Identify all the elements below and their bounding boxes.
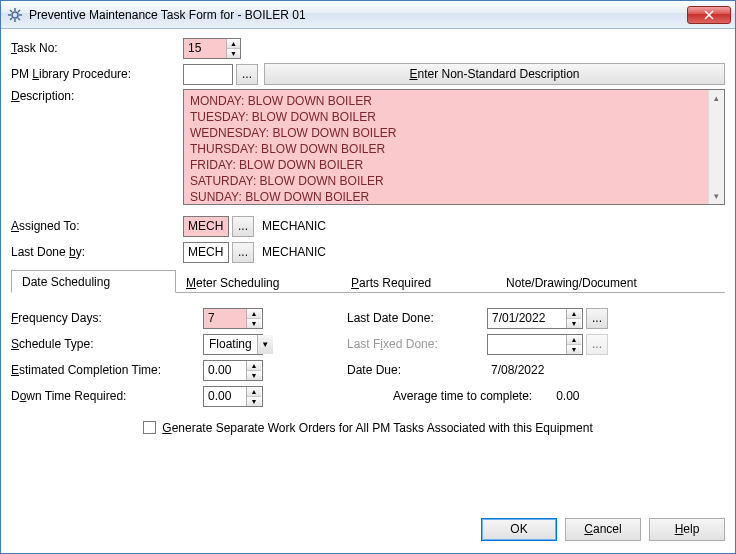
form-body: Task No: ▲▼ PM Library Procedure: ... En…: [1, 29, 735, 513]
last-done-by-input[interactable]: [183, 242, 229, 263]
last-fixed-done-browse-button: ...: [586, 334, 608, 355]
cancel-button[interactable]: Cancel: [565, 518, 641, 541]
gear-icon: [7, 7, 23, 23]
svg-line-5: [10, 10, 12, 12]
down-time-label: Down Time Required:: [11, 389, 203, 403]
ellipsis-icon: ...: [592, 337, 602, 351]
last-done-by-name: MECHANIC: [262, 245, 326, 259]
task-no-label: Task No:: [11, 41, 183, 55]
generate-separate-label: Generate Separate Work Orders for All PM…: [162, 421, 592, 435]
last-fixed-done-field[interactable]: ▲▼: [487, 334, 583, 355]
description-scrollbar[interactable]: ▴▾: [708, 90, 724, 204]
ellipsis-icon: ...: [592, 311, 602, 325]
estimated-completion-label: Estimated Completion Time:: [11, 363, 203, 377]
titlebar: Preventive Maintenance Task Form for - B…: [1, 1, 735, 29]
ok-button[interactable]: OK: [481, 518, 557, 541]
enter-nonstandard-button[interactable]: Enter Non-Standard Description: [264, 63, 725, 85]
avg-time-label: Average time to complete:: [393, 389, 532, 403]
frequency-days-input[interactable]: [204, 309, 246, 328]
close-button[interactable]: [687, 6, 731, 24]
estimated-completion-spinner[interactable]: ▲▼: [203, 360, 263, 381]
task-no-input[interactable]: [184, 39, 226, 58]
svg-line-8: [10, 18, 12, 20]
tab-bar: Date Scheduling Meter Scheduling Parts R…: [11, 269, 725, 293]
dialog-footer: OK Cancel Help: [1, 513, 735, 553]
assigned-to-browse-button[interactable]: ...: [232, 216, 254, 237]
ellipsis-icon: ...: [238, 219, 248, 233]
schedule-type-value: Floating: [204, 335, 257, 354]
last-done-by-browse-button[interactable]: ...: [232, 242, 254, 263]
last-done-by-label: Last Done by:: [11, 245, 183, 259]
last-date-done-label: Last Date Done:: [347, 311, 487, 325]
estimated-completion-input[interactable]: [204, 361, 246, 380]
spinner-arrows[interactable]: ▲▼: [226, 39, 240, 58]
last-date-done-field[interactable]: ▲▼: [487, 308, 583, 329]
last-fixed-done-label: Last Fixed Done:: [347, 337, 487, 351]
description-label: Description:: [11, 89, 183, 103]
task-no-spinner[interactable]: ▲▼: [183, 38, 241, 59]
last-fixed-done-input[interactable]: [488, 335, 566, 354]
tab-meter-scheduling[interactable]: Meter Scheduling: [176, 272, 341, 293]
description-text: MONDAY: BLOW DOWN BOILER TUESDAY: BLOW D…: [190, 94, 396, 204]
assigned-to-label: Assigned To:: [11, 219, 183, 233]
chevron-down-icon[interactable]: ▼: [257, 335, 273, 354]
down-time-input[interactable]: [204, 387, 246, 406]
date-due-label: Date Due:: [347, 363, 487, 377]
pm-library-browse-button[interactable]: ...: [236, 64, 258, 85]
generate-separate-checkbox[interactable]: [143, 421, 156, 434]
tab-date-scheduling[interactable]: Date Scheduling: [11, 270, 176, 293]
frequency-days-spinner[interactable]: ▲▼: [203, 308, 263, 329]
help-button[interactable]: Help: [649, 518, 725, 541]
pm-library-label: PM Library Procedure:: [11, 67, 183, 81]
tab-note-drawing-document[interactable]: Note/Drawing/Document: [496, 272, 671, 293]
description-textarea[interactable]: MONDAY: BLOW DOWN BOILER TUESDAY: BLOW D…: [183, 89, 725, 205]
frequency-days-label: Frequency Days:: [11, 311, 203, 325]
assigned-to-input[interactable]: [183, 216, 229, 237]
svg-point-0: [12, 12, 18, 18]
avg-time-value: 0.00: [556, 389, 579, 403]
date-scheduling-pane: Frequency Days: ▲▼ Schedule Type: Floati…: [11, 293, 725, 435]
schedule-type-label: Schedule Type:: [11, 337, 203, 351]
window-title: Preventive Maintenance Task Form for - B…: [29, 8, 687, 22]
assigned-to-name: MECHANIC: [262, 219, 326, 233]
date-due-value: 7/08/2022: [487, 363, 544, 377]
tab-parts-required[interactable]: Parts Required: [341, 272, 496, 293]
close-icon: [704, 10, 714, 20]
ellipsis-icon: ...: [242, 67, 252, 81]
svg-line-7: [18, 10, 20, 12]
svg-line-6: [18, 18, 20, 20]
window: Preventive Maintenance Task Form for - B…: [0, 0, 736, 554]
ellipsis-icon: ...: [238, 245, 248, 259]
last-date-done-browse-button[interactable]: ...: [586, 308, 608, 329]
schedule-type-combo[interactable]: Floating ▼: [203, 334, 263, 355]
down-time-spinner[interactable]: ▲▼: [203, 386, 263, 407]
last-date-done-input[interactable]: [488, 309, 566, 328]
pm-library-input[interactable]: [183, 64, 233, 85]
